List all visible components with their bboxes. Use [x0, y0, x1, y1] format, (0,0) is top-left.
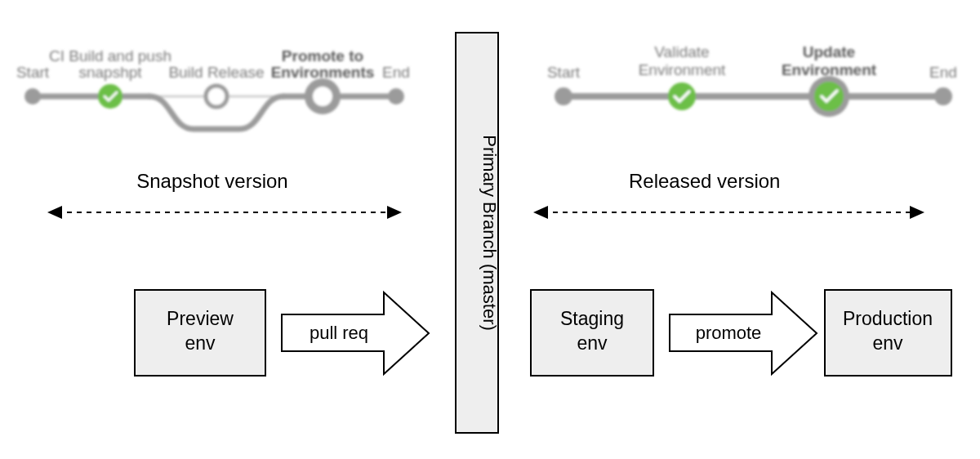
right-node-validate [668, 82, 696, 110]
primary-branch-box: Primary Branch (master) [456, 33, 500, 433]
production-env-label-2: env [872, 332, 903, 354]
svg-point-3 [98, 84, 122, 109]
left-stage-start-label: Start [16, 64, 50, 81]
left-pipeline: Start CI Build and push snapshpt Build R… [16, 47, 410, 129]
diagram-canvas: Start CI Build and push snapshpt Build R… [0, 0, 980, 459]
snapshot-version-title: Snapshot version [136, 170, 287, 192]
svg-marker-16 [533, 206, 548, 219]
pull-req-arrow-label: pull req [310, 323, 368, 343]
right-section: Released version Staging env promote Pro… [531, 170, 951, 376]
right-stage-update-label-1: Update [803, 43, 855, 60]
svg-marker-13 [387, 206, 402, 219]
svg-point-4 [206, 86, 227, 107]
dashed-double-arrow-left [47, 206, 402, 219]
preview-env-label-2: env [185, 332, 216, 354]
svg-marker-17 [910, 206, 924, 219]
staging-env-box: Staging env [531, 290, 653, 376]
svg-point-7 [668, 82, 696, 110]
left-stage-ci-label-2: snapshpt [78, 64, 142, 81]
right-stage-validate-label-1: Validate [654, 43, 709, 60]
production-env-label-1: Production [843, 308, 933, 329]
pull-req-arrow: pull req [282, 292, 429, 374]
left-node-ci [98, 84, 122, 109]
right-stage-validate-label-2: Environment [639, 61, 726, 78]
right-node-end [934, 87, 952, 105]
right-node-start [555, 87, 572, 105]
left-node-build [206, 86, 227, 107]
staging-env-label-1: Staging [560, 308, 624, 329]
right-pipeline: Start Validate Environment Update Enviro… [547, 43, 957, 117]
right-node-update [808, 76, 849, 117]
left-node-end [388, 88, 404, 105]
right-stage-start-label: Start [547, 64, 581, 81]
left-stage-end-label: End [382, 64, 410, 81]
left-node-promote [309, 82, 336, 110]
right-stage-end-label: End [929, 64, 957, 81]
right-stage-update-label-2: Environment [782, 61, 877, 78]
production-env-box: Production env [825, 290, 951, 376]
svg-point-9 [814, 82, 844, 111]
left-node-start [24, 88, 41, 105]
preview-env-label-1: Preview [167, 308, 234, 329]
left-stage-promote-label-2: Environments [271, 64, 375, 81]
staging-env-label-2: env [577, 332, 608, 354]
left-stage-ci-label-1: CI Build and push [49, 47, 172, 65]
left-section: Snapshot version Preview env pull req [47, 170, 429, 376]
dashed-double-arrow-right [533, 206, 924, 219]
released-version-title: Released version [629, 170, 780, 192]
promote-arrow: promote [670, 292, 817, 374]
promote-arrow-label: promote [696, 323, 762, 343]
left-stage-build-label: Build Release [168, 64, 264, 81]
left-stage-promote-label-1: Promote to [282, 47, 363, 65]
primary-branch-label: Primary Branch (master) [479, 135, 500, 331]
svg-marker-12 [47, 206, 62, 219]
preview-env-box: Preview env [135, 290, 265, 376]
svg-point-5 [309, 82, 336, 110]
